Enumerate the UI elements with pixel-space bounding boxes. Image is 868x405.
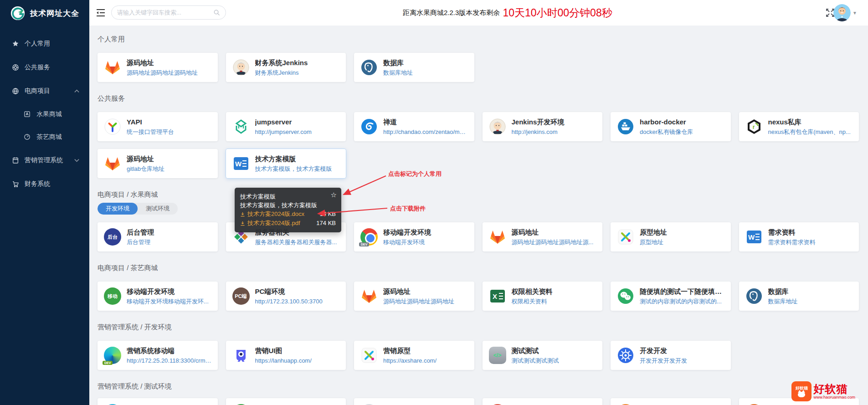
link-card[interactable]: rnexus私库nexus私有包仓库(maven、np... [739, 112, 859, 141]
sidebar-submenu: 水果商城茶艺商城 [0, 103, 89, 149]
code-icon: </> [489, 347, 506, 364]
gitlab-icon [104, 59, 121, 76]
card-subtitle: nexus私有包仓库(maven、np... [768, 128, 853, 136]
link-card[interactable]: YAPI统一接口管理平台 [98, 112, 218, 141]
nexus-icon: r [745, 118, 763, 135]
sidebar-item-tea-mall[interactable]: 茶艺商城 [0, 126, 89, 149]
chevron-down-icon: ▼ [853, 10, 857, 15]
sidebar-item-ecommerce-projects[interactable]: 电商项目 [0, 79, 89, 103]
link-card[interactable]: 财务系统Jenkins财务系统Jenkins [226, 53, 346, 82]
card-text: 技术方案模版技术方案模版，技术方案模版 [255, 154, 340, 173]
svg-text:W: W [235, 160, 241, 168]
link-card[interactable]: PC端PC端环境http://172.23.100.50:3700 [226, 282, 346, 311]
sidebar-item-marketing-system[interactable]: 营销管理系统 [0, 149, 89, 172]
link-card[interactable]: W需求资料需求资料需求资料 [739, 222, 859, 251]
link-card[interactable]: </>测试测试测试测试测试测试 [483, 341, 603, 370]
watermark-url: www.haoruanmao.com [813, 395, 855, 400]
sidebar-item-public-services[interactable]: 公共服务 [0, 56, 89, 79]
link-card[interactable]: W技术方案模版技术方案模版，技术方案模版 [226, 149, 346, 178]
card-title: YAPI [127, 118, 211, 127]
card-title: 需求资料 [768, 228, 853, 237]
card-title: 财务系统Jenkins [255, 58, 340, 67]
sidebar-item-fruit-mall[interactable]: 水果商城 [0, 103, 89, 126]
link-card[interactable]: Jenkins开发环境http://jenkins.com [483, 112, 603, 141]
sidebar-item-finance-system[interactable]: 财务系统 [0, 172, 89, 196]
sidebar-item-personal-favorites[interactable]: 个人常用 [0, 32, 89, 56]
link-card[interactable]: 源码地址源码地址源码地址源码地址 [98, 53, 218, 82]
release-countdown: 距离水果商城2.2.3版本发布剩余 10天10小时00分钟08秒 [403, 0, 612, 26]
favorite-star-icon[interactable]: ☆ [331, 191, 337, 199]
link-card[interactable]: Email地址 [483, 398, 603, 405]
card-subtitle: https://lanhuapp.com/ [255, 356, 340, 365]
attachment-name: 技术方案2024版.docx [247, 210, 304, 219]
svg-text:W: W [748, 233, 755, 241]
card-text: harbor-dockerdocker私有镜像仓库 [640, 118, 724, 136]
link-card[interactable]: 随便填的测试一下随便填的...测试的内容测试的内容测试的... [611, 282, 731, 311]
user-menu[interactable]: ▼ [833, 4, 857, 21]
sidebar-item-label: 水果商城 [36, 110, 62, 118]
section-heading: 电商项目 / 水果商城 [98, 190, 859, 199]
sidebar-item-label: 茶艺商城 [36, 133, 62, 141]
card-text: 需求资料需求资料需求资料 [768, 228, 853, 246]
card-title: 权限相关资料 [512, 287, 596, 296]
card-text: 原型地址原型地址 [640, 228, 724, 246]
link-card[interactable]: 营销UI图https://lanhuapp.com/ [226, 341, 346, 370]
card-subtitle: 开发开发开发开发 [640, 356, 724, 365]
notebook-icon [12, 157, 19, 164]
card-text: jumpserverhttp://jumpserver.com [255, 118, 340, 136]
badge-icon: 移动 [104, 287, 121, 305]
card-text: 营销UI图https://lanhuapp.com/ [255, 346, 340, 365]
attachment-pdf[interactable]: 技术方案2024版.pdf 174 KB [240, 219, 336, 228]
chevron-down-icon [74, 159, 79, 162]
card-text: 源码地址源码地址源码地址源码地址 [127, 58, 211, 77]
card-subtitle: 技术方案模版，技术方案模版 [255, 164, 340, 173]
tab-dev-env[interactable]: 开发环境 [98, 203, 138, 215]
card-text: 营销系统移动端http://172.25.20.118:3300/crm/... [127, 346, 211, 365]
link-card[interactable]: 源码地址源码地址源码地址源码地址源... [483, 222, 603, 251]
card-subtitle: https://axshare.com/ [383, 356, 468, 365]
link-card[interactable]: 数据库数据库地址 [739, 282, 859, 311]
content-area: 个人常用源码地址源码地址源码地址源码地址财务系统Jenkins财务系统Jenki… [89, 26, 868, 405]
link-card[interactable]: 营销原型https://axshare.com/ [354, 341, 474, 370]
link-card[interactable]: 数据库数据库地址 [354, 53, 474, 82]
search-input[interactable] [117, 9, 213, 16]
card-title: jumpserver [255, 118, 340, 127]
link-card[interactable]: 营销移动端环境地址 [226, 398, 346, 405]
link-card[interactable]: harbor-dockerdocker私有镜像仓库 [611, 112, 731, 141]
gauge-icon [24, 133, 31, 141]
link-card[interactable]: 源码地址源码地址源码地址源码地址 [354, 282, 474, 311]
tab-test-env[interactable]: 测试环境 [138, 203, 178, 215]
link-card[interactable]: 源码地址gitlab仓库地址 [98, 149, 218, 178]
avatar [833, 4, 851, 21]
link-card[interactable]: DEV营销系统移动端http://172.25.20.118:3300/crm/… [98, 341, 218, 370]
card-title: 后台管理 [127, 228, 211, 237]
card-text: nexus私库nexus私有包仓库(maven、np... [768, 118, 853, 136]
card-subtitle: gitlab仓库地址 [127, 164, 211, 173]
link-card[interactable]: 开发开发开发开发开发开发 [611, 341, 731, 370]
card-subtitle: 需求资料需求资料 [768, 238, 853, 246]
link-card[interactable]: 禅道http://chandao.com/zentao/my.... [354, 112, 474, 141]
link-card[interactable]: 移动移动端开发环境移动端开发环境移动端开发环... [98, 282, 218, 311]
jenkins-icon [232, 59, 250, 76]
link-card[interactable]: BuildKit地址 [611, 398, 731, 405]
attachment-docx[interactable]: 技术方案2024版.docx 14 KB [240, 210, 336, 219]
menu-collapse-icon[interactable] [96, 8, 106, 17]
gitlab-icon [104, 155, 121, 172]
card-title: 禅道 [383, 118, 468, 127]
link-card[interactable]: 原型地址原型地址 [611, 222, 731, 251]
card-subtitle: http://172.25.20.118:3300/crm/... [127, 356, 211, 365]
card-subtitle: http://jumpserver.com [255, 128, 340, 136]
link-card[interactable]: X权限相关资料权限相关资料 [483, 282, 603, 311]
card-title: Jenkins开发环境 [512, 118, 596, 127]
postgresql-icon [745, 287, 763, 305]
link-card[interactable]: 后台后台管理后台管理 [98, 222, 218, 251]
yapi-icon [104, 118, 121, 135]
link-card[interactable]: DEV移动端开发环境移动端开发环境 [354, 222, 474, 251]
card-subtitle: 后台管理 [127, 238, 211, 246]
word-icon: W [232, 155, 250, 172]
link-card[interactable]: 营销系统移动端2环境 [98, 398, 218, 405]
link-card[interactable]: jumpserverhttp://jumpserver.com [226, 112, 346, 141]
card-grid: DEV营销系统移动端http://172.25.20.118:3300/crm/… [98, 341, 859, 370]
link-card[interactable]: 接口文档 [354, 398, 474, 405]
section-heading: 个人常用 [98, 35, 859, 44]
